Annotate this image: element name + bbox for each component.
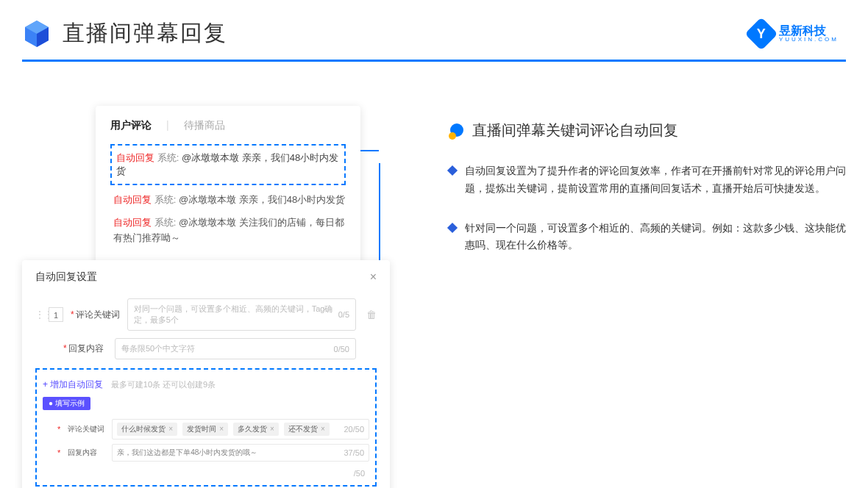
screenshot-mockups: 用户评论 | 待播商品 自动回复 系统: @冰墩墩本墩 亲亲，我们48小时内发货…	[22, 106, 405, 304]
example-tags: 什么时候发货 发货时间 多久发货 还不发货	[117, 423, 332, 436]
keyword-input[interactable]: 对同一个问题，可设置多个相近、高频的关键词，Tag确定，最多5个 0/5	[127, 298, 356, 331]
example-section: + 增加自动回复 最多可建10条 还可以创建9条 ● 填写示例 * 评论关键词 …	[35, 368, 377, 487]
brand-name-en: YUUXIN.COM	[779, 37, 839, 43]
auto-reply-settings-modal: 自动回复设置 × ⋮⋮ 1 *评论关键词 对同一个问题，可设置多个相近、高频的关…	[22, 260, 390, 488]
bullet-item: 自动回复设置为了提升作者的评论回复效率，作者可在开播前针对常见的评论用户问题，提…	[449, 162, 846, 198]
close-icon[interactable]: ×	[370, 270, 377, 284]
page-header: 直播间弹幕回复	[0, 0, 868, 60]
brand-logo-icon: Y	[744, 17, 778, 50]
tab-user-comments[interactable]: 用户评论	[110, 119, 152, 132]
order-number: 1	[49, 307, 63, 322]
tab-pending-goods[interactable]: 待播商品	[184, 119, 225, 132]
delete-icon[interactable]: 🗑	[366, 309, 377, 320]
connector-line	[360, 150, 379, 151]
modal-title: 自动回复设置	[35, 270, 97, 284]
example-keyword-input[interactable]: 什么时候发货 发货时间 多久发货 还不发货 20/50	[112, 419, 369, 439]
example-content-input[interactable]: 亲，我们这边都是下单48小时内发货的哦～ 37/50	[112, 444, 369, 462]
reply-line: 自动回复 系统: @冰墩墩本墩 关注我们的店铺，每日都有热门推荐呦～	[113, 215, 346, 246]
drag-handle-icon[interactable]: ⋮⋮	[35, 309, 41, 320]
diamond-bullet-icon	[447, 223, 458, 233]
brand-name-cn: 昱新科技	[779, 25, 839, 37]
diamond-bullet-icon	[447, 165, 458, 176]
auto-reply-tag: 自动回复	[116, 152, 154, 163]
example-badge: ● 填写示例	[43, 397, 90, 410]
bullet-item: 针对同一个问题，可设置多个相近的、高频的关键词。例如：这款多少钱、这块能优惠吗、…	[449, 220, 846, 255]
tabs: 用户评论 | 待播商品	[110, 119, 346, 132]
content-input[interactable]: 每条限50个中文字符 0/50	[115, 338, 356, 359]
description-panel: 直播间弹幕关键词评论自动回复 自动回复设置为了提升作者的评论回复效率，作者可在开…	[449, 106, 846, 304]
page-title: 直播间弹幕回复	[63, 18, 227, 49]
reply-line: 自动回复 系统: @冰墩墩本墩 亲亲，我们48小时内发货	[113, 193, 346, 208]
header-cube-icon	[22, 19, 51, 49]
add-auto-reply-link[interactable]: + 增加自动回复	[43, 379, 103, 390]
highlighted-reply: 自动回复 系统: @冰墩墩本墩 亲亲，我们48小时内发货	[110, 144, 346, 185]
chat-bubble-icon	[449, 123, 463, 138]
brand-logo: Y 昱新科技 YUUXIN.COM	[750, 22, 839, 46]
section-heading: 直播间弹幕关键词评论自动回复	[472, 121, 678, 140]
